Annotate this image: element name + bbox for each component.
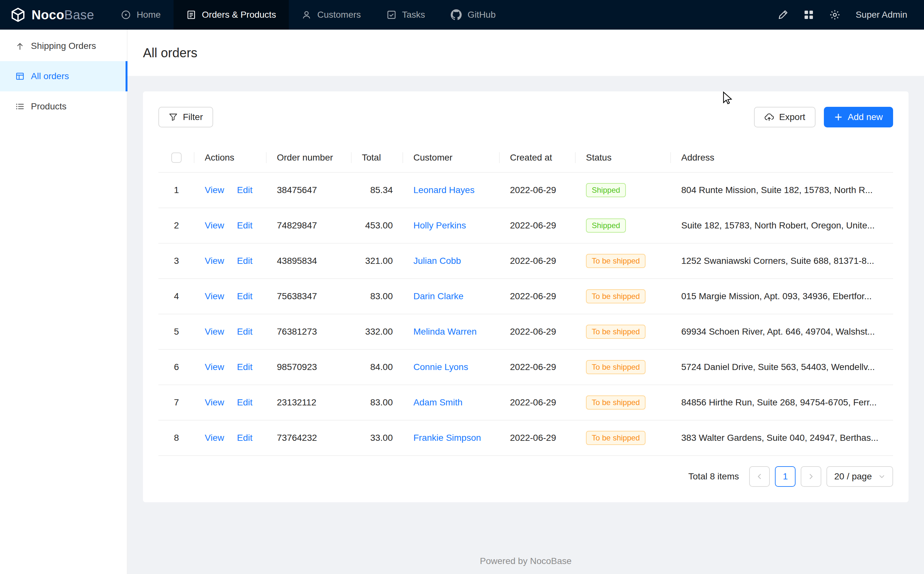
status-badge: To be shipped [586,254,646,268]
ui-editor-pen-icon[interactable] [778,9,788,20]
customer-cell: Connie Lyons [403,349,500,385]
order-number-cell: 23132112 [267,385,352,420]
customer-link[interactable]: Darin Clarke [413,291,464,301]
customer-link[interactable]: Connie Lyons [413,362,468,372]
view-link[interactable]: View [205,362,224,372]
edit-link[interactable]: Edit [237,397,253,407]
nav-item-home[interactable]: Home [108,0,174,30]
page-size-select[interactable]: 20 / page [826,466,893,487]
view-link[interactable]: View [205,326,224,337]
edit-link[interactable]: Edit [237,291,253,301]
address-cell: 69934 Schoen River, Apt. 646, 49704, Wal… [671,314,893,349]
status-badge: To be shipped [586,396,646,410]
view-link[interactable]: View [205,256,224,266]
created-at-cell: 2022-06-29 [500,314,576,349]
sidebar-item-products[interactable]: Products [0,91,127,121]
edit-link[interactable]: Edit [237,256,253,266]
edit-link[interactable]: Edit [237,433,253,443]
main-nav: Home Orders & Products Customers Tasks [108,0,509,30]
row-index: 3 [158,243,194,279]
status-cell: Shipped [576,172,671,208]
customer-link[interactable]: Melinda Warren [413,326,477,337]
address-cell: 383 Walter Gardens, Suite 040, 24947, Be… [671,420,893,456]
status-cell: To be shipped [576,314,671,349]
customer-cell: Darin Clarke [403,279,500,314]
nav-item-customers[interactable]: Customers [289,0,373,30]
orders-card: Filter Export Add new [143,91,908,502]
status-badge: Shipped [586,218,626,233]
total-cell: 332.00 [352,314,403,349]
next-page-button[interactable] [801,466,821,487]
order-number-cell: 38475647 [267,172,352,208]
customer-link[interactable]: Adam Smith [413,397,463,407]
sidebar-item-shipping-orders[interactable]: Shipping Orders [0,31,127,61]
filter-button-label: Filter [183,112,203,122]
created-at-cell: 2022-06-29 [500,243,576,279]
select-all-checkbox[interactable] [171,153,182,163]
view-link[interactable]: View [205,397,224,407]
customer-cell: Adam Smith [403,385,500,420]
customer-link[interactable]: Leonard Hayes [413,185,475,195]
brand-name-bold: Noco [32,8,65,22]
nav-item-tasks[interactable]: Tasks [374,0,438,30]
edit-link[interactable]: Edit [237,221,253,230]
nav-item-orders-products[interactable]: Orders & Products [174,0,289,30]
column-header-total: Total [352,143,403,172]
column-header-actions: Actions [194,143,267,172]
table-header-row: Actions Order number Total Customer Crea… [158,143,893,172]
nav-item-github[interactable]: GitHub [438,0,509,30]
row-actions: View Edit [194,349,267,385]
table-icon [16,72,24,81]
edit-link[interactable]: Edit [237,185,253,195]
customer-link[interactable]: Holly Perkins [413,221,466,230]
status-cell: To be shipped [576,385,671,420]
select-all-header-cell [158,143,194,172]
row-index: 7 [158,385,194,420]
row-index: 4 [158,279,194,314]
view-link[interactable]: View [205,221,224,230]
brand-name: NocoBase [32,8,94,22]
page-number-button[interactable]: 1 [775,466,796,487]
sidebar-item-label: Shipping Orders [31,41,96,51]
table-row: 8 View Edit 73764232 33.00 Frankie Simps… [158,420,893,456]
view-link[interactable]: View [205,433,224,443]
powered-by-footer: Powered by NocoBase [128,556,924,566]
nav-item-label: Tasks [402,9,425,20]
row-index: 5 [158,314,194,349]
app-root: NocoBase Home Orders & Products Customer… [0,0,924,574]
edit-link[interactable]: Edit [237,326,253,337]
export-button[interactable]: Export [754,107,815,128]
user-menu[interactable]: Super Admin [856,9,907,20]
list-icon [16,102,24,111]
customer-cell: Leonard Hayes [403,172,500,208]
nav-item-label: GitHub [468,9,496,20]
nocobase-logo[interactable]: NocoBase [0,0,108,30]
status-cell: To be shipped [576,279,671,314]
row-index: 1 [158,172,194,208]
previous-page-button[interactable] [749,466,770,487]
github-icon [451,9,462,20]
total-cell: 453.00 [352,208,403,243]
sidebar-item-all-orders[interactable]: All orders [0,61,127,91]
edit-link[interactable]: Edit [237,362,253,372]
row-actions: View Edit [194,314,267,349]
nav-item-label: Home [136,9,161,20]
pagination: Total 8 items 1 20 / page [158,466,893,487]
add-new-button[interactable]: Add new [824,107,893,128]
column-header-address: Address [671,143,893,172]
address-cell: Suite 182, 15783, North Robert, Oregon, … [671,208,893,243]
view-link[interactable]: View [205,185,224,195]
customer-cell: Julian Cobb [403,243,500,279]
address-cell: 84856 Hirthe Run, Suite 268, 94754-6705,… [671,385,893,420]
customer-link[interactable]: Frankie Simpson [413,433,481,443]
filter-button[interactable]: Filter [158,107,213,128]
row-actions: View Edit [194,385,267,420]
arrow-up-icon [16,41,24,50]
column-header-created-at: Created at [500,143,576,172]
settings-gear-icon[interactable] [829,9,840,20]
plugin-grid-icon[interactable] [804,9,814,20]
total-cell: 321.00 [352,243,403,279]
created-at-cell: 2022-06-29 [500,349,576,385]
view-link[interactable]: View [205,291,224,301]
customer-link[interactable]: Julian Cobb [413,256,461,266]
